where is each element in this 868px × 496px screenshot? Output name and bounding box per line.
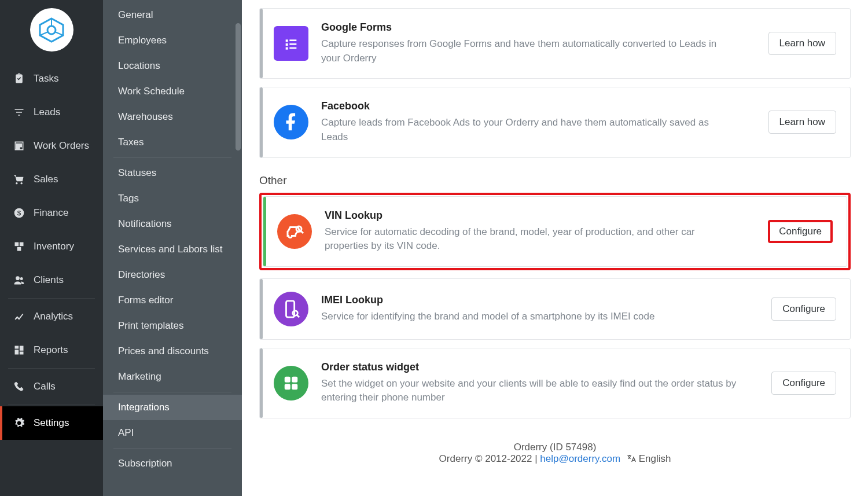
footer-copyright: Orderry © 2012-2022 | [439, 453, 540, 464]
configure-button[interactable]: Configure [771, 297, 836, 321]
card-title: VIN Lookup [325, 210, 755, 222]
logo-container [0, 0, 103, 62]
sub-statuses[interactable]: Statuses [103, 160, 242, 186]
sub-general[interactable]: General [103, 2, 242, 28]
sub-forms-editor[interactable]: Forms editor [103, 288, 242, 313]
nav-settings[interactable]: Settings [0, 406, 103, 440]
integration-card-vin-lookup: VIN Lookup Service for automatic decodin… [263, 196, 847, 267]
integration-card-google-forms: Google Forms Capture responses from Goog… [259, 8, 851, 79]
footer-email-link[interactable]: help@orderry.com [540, 453, 620, 464]
learn-how-button[interactable]: Learn how [768, 32, 836, 55]
sub-prices-discounts[interactable]: Prices and discounts [103, 339, 242, 364]
svg-rect-12 [15, 346, 19, 349]
sidebar-secondary: General Employees Locations Work Schedul… [103, 0, 242, 496]
svg-rect-29 [285, 384, 290, 390]
card-title: Facebook [321, 100, 756, 112]
card-accent [260, 87, 263, 157]
svg-rect-13 [20, 346, 24, 351]
sub-notifications[interactable]: Notifications [103, 211, 242, 237]
svg-line-4 [55, 32, 63, 35]
card-title: Order status widget [321, 361, 759, 373]
footer-line1: Orderry (ID 57498) [259, 442, 851, 453]
nav-label: Work Orders [34, 140, 89, 152]
learn-how-button[interactable]: Learn how [768, 111, 836, 134]
svg-rect-20 [286, 47, 288, 50]
chart-icon [13, 310, 25, 323]
sub-locations[interactable]: Locations [103, 53, 242, 79]
nav-label: Inventory [34, 241, 74, 252]
svg-point-11 [20, 277, 23, 280]
nav-tasks[interactable]: Tasks [0, 62, 103, 95]
nav-label: Sales [34, 174, 58, 185]
sub-marketing[interactable]: Marketing [103, 364, 242, 390]
nav-inventory[interactable]: Inventory [0, 230, 103, 263]
svg-rect-7 [15, 243, 19, 247]
car-search-icon [277, 214, 312, 249]
grid-icon [13, 344, 25, 357]
dollar-icon: $ [13, 207, 25, 219]
sub-api[interactable]: API [103, 420, 242, 446]
integration-card-imei-lookup: IMEI Lookup Service for identifying the … [259, 278, 851, 340]
nav-analytics[interactable]: Analytics [0, 300, 103, 333]
translate-icon [627, 454, 636, 463]
sub-work-schedule[interactable]: Work Schedule [103, 79, 242, 104]
nav-reports[interactable]: Reports [0, 333, 103, 367]
sub-separator [113, 392, 231, 392]
sub-tags[interactable]: Tags [103, 186, 242, 211]
svg-rect-16 [286, 39, 288, 42]
sub-directories[interactable]: Directories [103, 262, 242, 288]
svg-rect-17 [289, 39, 296, 41]
footer-line2: Orderry © 2012-2022 | help@orderry.com E… [259, 453, 851, 465]
configure-button[interactable]: Configure [771, 372, 836, 395]
nav-work-orders[interactable]: Work Orders [0, 129, 103, 163]
nav-label: Clients [34, 274, 64, 286]
sub-integrations[interactable]: Integrations [103, 395, 242, 420]
sub-warehouses[interactable]: Warehouses [103, 104, 242, 130]
nav-label: Tasks [34, 73, 58, 84]
nav-finance[interactable]: $ Finance [0, 196, 103, 230]
card-desc: Set the widget on your website and your … [321, 377, 738, 405]
nav-separator [8, 405, 95, 405]
sub-subscription[interactable]: Subscription [103, 451, 242, 476]
svg-line-3 [40, 32, 48, 35]
footer-lang: English [639, 453, 671, 464]
language-switcher[interactable]: English [627, 453, 671, 464]
sub-taxes[interactable]: Taxes [103, 130, 242, 155]
nav-sales[interactable]: Sales [0, 163, 103, 196]
sub-print-templates[interactable]: Print templates [103, 313, 242, 339]
svg-rect-15 [20, 352, 24, 355]
svg-point-1 [47, 26, 56, 34]
nav-label: Settings [34, 417, 69, 429]
card-accent [263, 197, 266, 266]
boxes-icon [13, 240, 25, 253]
phone-icon [13, 380, 25, 393]
cube-icon [37, 16, 66, 45]
sub-services-labors[interactable]: Services and Labors list [103, 237, 242, 262]
svg-rect-14 [15, 350, 19, 354]
nav-calls[interactable]: Calls [0, 370, 103, 403]
configure-button[interactable]: Configure [768, 220, 833, 243]
scrollbar[interactable] [236, 23, 241, 150]
sub-employees[interactable]: Employees [103, 28, 242, 53]
svg-rect-18 [286, 43, 288, 46]
nav-label: Finance [34, 207, 68, 219]
nav-group-1: Tasks Leads Work Orders Sales [0, 62, 103, 297]
document-icon [13, 139, 25, 152]
svg-line-23 [301, 230, 304, 233]
cart-icon [13, 173, 25, 186]
sub-separator [113, 157, 231, 158]
nav-label: Calls [34, 381, 56, 392]
card-desc: Capture responses from Google Forms and … [321, 37, 738, 65]
svg-rect-21 [289, 47, 296, 49]
nav-label: Leads [34, 106, 60, 118]
svg-rect-19 [289, 43, 296, 45]
nav-group-3: Calls [0, 370, 103, 403]
nav-leads[interactable]: Leads [0, 95, 103, 129]
nav-clients[interactable]: Clients [0, 263, 103, 297]
svg-rect-28 [292, 377, 297, 383]
app-logo [30, 8, 73, 52]
nav-separator [8, 368, 95, 369]
card-accent [260, 348, 263, 418]
widget-icon [274, 366, 308, 401]
card-desc: Capture leads from Facebook Ads to your … [321, 116, 738, 144]
